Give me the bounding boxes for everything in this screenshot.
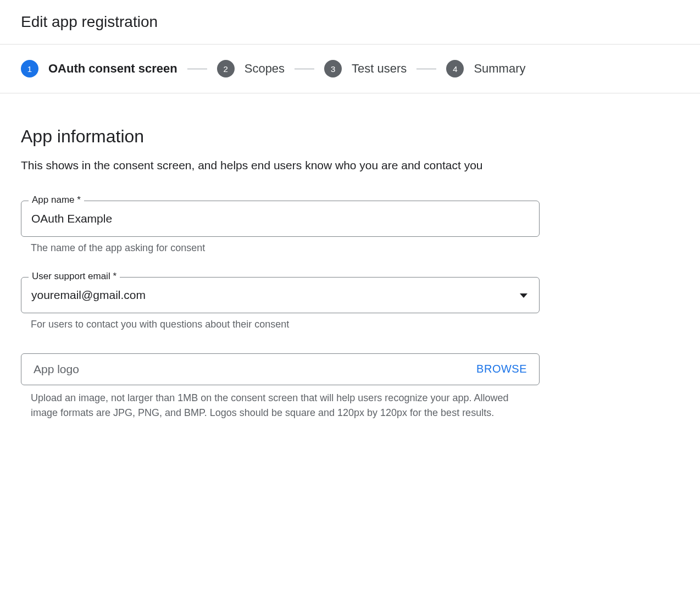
step-number: 3 xyxy=(324,60,342,77)
content-area: App information This shows in the consen… xyxy=(0,93,560,443)
app-name-input[interactable] xyxy=(21,201,540,237)
step-summary[interactable]: 4 Summary xyxy=(446,60,525,77)
stepper: 1 OAuth consent screen 2 Scopes 3 Test u… xyxy=(0,45,700,93)
step-number: 2 xyxy=(217,60,235,77)
browse-button[interactable]: BROWSE xyxy=(476,363,527,375)
section-description: This shows in the consent screen, and he… xyxy=(21,157,526,174)
step-test-users[interactable]: 3 Test users xyxy=(324,60,407,77)
support-email-select[interactable]: youremail@gmail.com xyxy=(21,277,540,313)
app-name-field-wrapper: App name * xyxy=(21,201,540,237)
app-logo-field: App logo BROWSE xyxy=(21,353,540,385)
step-label: Summary xyxy=(474,62,525,76)
step-number: 1 xyxy=(21,60,38,77)
step-label: Test users xyxy=(352,62,407,76)
app-logo-hint: Upload an image, not larger than 1MB on … xyxy=(31,391,536,421)
support-email-label: User support email * xyxy=(29,271,120,282)
support-email-field-wrapper: User support email * youremail@gmail.com xyxy=(21,277,540,313)
step-divider xyxy=(416,69,436,69)
support-email-hint: For users to contact you with questions … xyxy=(31,319,540,330)
step-label: Scopes xyxy=(245,62,285,76)
step-scopes[interactable]: 2 Scopes xyxy=(217,60,285,77)
step-number: 4 xyxy=(446,60,464,77)
step-oauth-consent[interactable]: 1 OAuth consent screen xyxy=(21,60,177,77)
app-name-label: App name * xyxy=(29,195,84,206)
app-name-hint: The name of the app asking for consent xyxy=(31,242,540,254)
section-title: App information xyxy=(21,126,540,147)
step-divider xyxy=(187,69,207,69)
step-divider xyxy=(295,69,314,69)
app-logo-placeholder: App logo xyxy=(34,363,79,376)
step-label: OAuth consent screen xyxy=(48,62,177,76)
page-title: Edit app registration xyxy=(0,0,700,45)
